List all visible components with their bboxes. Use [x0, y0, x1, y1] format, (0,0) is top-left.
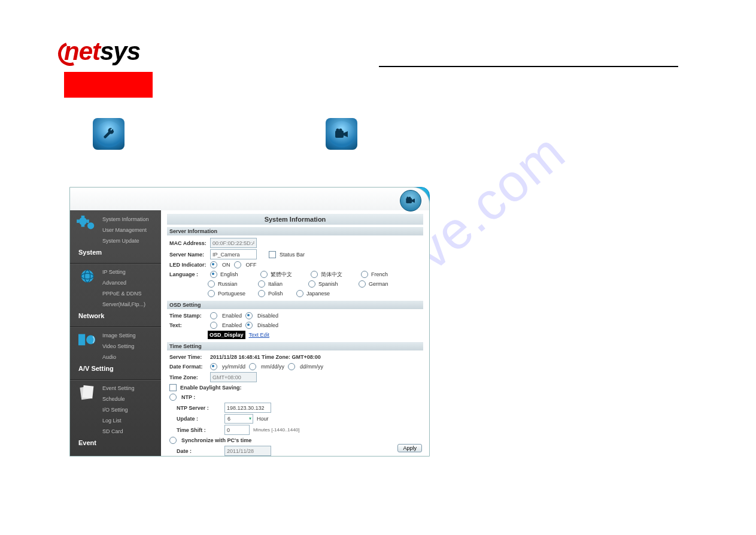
- sidebar-item-image-setting[interactable]: Image Setting: [99, 330, 139, 341]
- sidebar-item-event-setting[interactable]: Event Setting: [99, 383, 138, 394]
- sidebar-item-system-information[interactable]: System Information: [99, 214, 153, 225]
- osd-text-label: Text:: [169, 321, 207, 330]
- osdtext-disabled-radio[interactable]: [245, 322, 253, 329]
- sidebar-cat-event: Event: [70, 437, 161, 450]
- sidebar-item-system-update[interactable]: System Update: [99, 235, 153, 246]
- logo-text-sys: sys: [100, 37, 140, 65]
- lang-russian-label: Russian: [218, 280, 238, 288]
- lang-simp-chinese-radio[interactable]: [311, 271, 318, 278]
- lang-simp-chinese-label: 简体中文: [321, 270, 342, 279]
- lang-polish-label: Polish: [268, 289, 283, 298]
- sidebar: System Information User Management Syste…: [70, 210, 161, 456]
- mac-address-field: [210, 238, 257, 248]
- sidebar-cat-system: System: [70, 246, 161, 259]
- lang-portuguese-label: Portuguese: [218, 289, 245, 298]
- camera-icon: [335, 128, 349, 140]
- logo-net: net: [64, 37, 100, 66]
- sidebar-item-schedule[interactable]: Schedule: [99, 394, 138, 404]
- timestamp-disabled-label: Disabled: [257, 312, 278, 320]
- svg-rect-8: [81, 216, 85, 218]
- lang-trad-chinese-radio[interactable]: [260, 271, 268, 278]
- timezone-field[interactable]: [210, 372, 257, 382]
- section-server-information: Server Information: [167, 227, 423, 235]
- fmt-yy-radio[interactable]: [210, 363, 217, 370]
- brand-logo: net sys: [64, 37, 140, 66]
- sync-date-field: [224, 446, 271, 456]
- sidebar-item-log-list[interactable]: Log List: [99, 415, 138, 426]
- lang-portuguese-radio[interactable]: [208, 290, 215, 297]
- gears-icon: [76, 214, 99, 232]
- sidebar-item-ip-setting[interactable]: IP Setting: [99, 267, 149, 277]
- svg-point-6: [79, 217, 87, 225]
- lang-french-radio[interactable]: [361, 271, 368, 278]
- sync-pc-label: Synchronize with PC's time: [181, 436, 251, 445]
- ntp-server-input[interactable]: [224, 403, 271, 413]
- settings-tool-icon: [93, 118, 125, 150]
- sidebar-item-server[interactable]: Server(Mail,Ftp...): [99, 299, 149, 310]
- time-shift-label: Time Shift :: [169, 426, 221, 434]
- lang-english-label: English: [220, 270, 238, 279]
- fmt-dd-radio[interactable]: [288, 363, 295, 370]
- svg-rect-9: [81, 225, 85, 227]
- ntp-radio[interactable]: [169, 394, 177, 401]
- globe-icon: [76, 267, 99, 285]
- svg-rect-18: [82, 385, 93, 398]
- sidebar-item-advanced[interactable]: Advanced: [99, 277, 149, 288]
- film-speaker-icon: [76, 331, 99, 349]
- update-select[interactable]: 6: [224, 414, 253, 424]
- svg-rect-15: [78, 334, 85, 346]
- svg-point-4: [406, 197, 409, 199]
- dst-label: Enable Daylight Saving:: [180, 383, 242, 392]
- apply-button[interactable]: Apply: [397, 444, 422, 452]
- server-time-value: 2011/11/28 16:48:41 Time Zone: GMT+08:00: [210, 353, 321, 361]
- svg-point-12: [81, 270, 94, 283]
- lang-japanese-radio[interactable]: [296, 290, 303, 297]
- date-format-label: Date Format:: [169, 362, 207, 371]
- sidebar-item-io-setting[interactable]: I/O Setting: [99, 404, 138, 415]
- lang-italian-label: Italian: [268, 280, 283, 288]
- text-edit-link[interactable]: Text Edit: [249, 331, 270, 339]
- lang-russian-radio[interactable]: [208, 280, 215, 288]
- sidebar-item-pppoe-ddns[interactable]: PPPoE & DDNS: [99, 288, 149, 299]
- time-shift-input[interactable]: [224, 425, 250, 435]
- lang-english-radio[interactable]: [210, 271, 217, 278]
- status-bar-label: Status Bar: [280, 250, 305, 259]
- osdtext-enabled-radio[interactable]: [210, 322, 217, 329]
- sync-pc-radio[interactable]: [169, 437, 177, 444]
- led-on-label: ON: [222, 261, 230, 269]
- lang-german-radio[interactable]: [359, 280, 366, 288]
- documents-icon: [76, 383, 99, 401]
- svg-point-5: [409, 197, 411, 199]
- dst-checkbox[interactable]: [169, 384, 177, 391]
- window-header: [70, 188, 429, 211]
- svg-point-7: [87, 222, 94, 229]
- osdtext-disabled-label: Disabled: [257, 321, 278, 330]
- sidebar-item-user-management[interactable]: User Management: [99, 225, 153, 235]
- ntp-label: NTP :: [181, 393, 195, 401]
- lang-spanish-label: Spanish: [318, 280, 338, 288]
- sidebar-item-audio[interactable]: Audio: [99, 352, 139, 362]
- lang-polish-radio[interactable]: [258, 290, 265, 297]
- led-off-label: OFF: [246, 261, 257, 269]
- timezone-label: Time Zone:: [169, 373, 207, 382]
- status-bar-checkbox[interactable]: [269, 251, 276, 258]
- server-name-input[interactable]: [210, 249, 257, 259]
- time-shift-hint: Minutes [-1440..1440]: [253, 426, 299, 434]
- live-view-button[interactable]: [400, 190, 421, 211]
- fmt-mm-radio[interactable]: [249, 363, 256, 370]
- lang-spanish-radio[interactable]: [308, 280, 315, 288]
- led-off-radio[interactable]: [234, 261, 241, 268]
- timestamp-enabled-radio[interactable]: [210, 312, 217, 319]
- sidebar-item-sd-card[interactable]: SD Card: [99, 426, 138, 437]
- svg-point-2: [339, 128, 342, 131]
- led-on-radio[interactable]: [210, 261, 217, 268]
- section-osd-setting: OSD Setting: [167, 301, 423, 309]
- osdtext-enabled-label: Enabled: [222, 321, 242, 330]
- svg-rect-10: [77, 219, 79, 223]
- lang-italian-radio[interactable]: [258, 280, 265, 288]
- sidebar-cat-network: Network: [70, 310, 161, 323]
- sidebar-item-video-setting[interactable]: Video Setting: [99, 341, 139, 352]
- lang-french-label: French: [371, 270, 388, 279]
- admin-ui-window: System Information User Management Syste…: [69, 187, 430, 457]
- timestamp-disabled-radio[interactable]: [245, 312, 253, 319]
